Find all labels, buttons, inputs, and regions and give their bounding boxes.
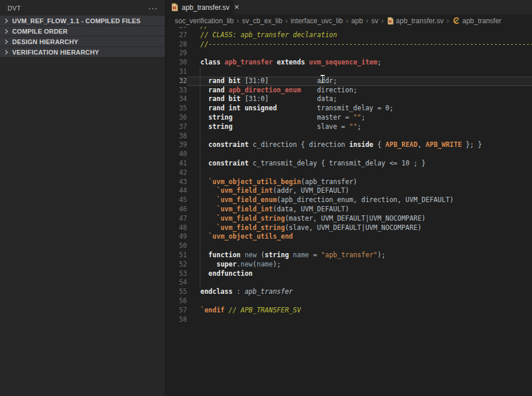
code-line-34[interactable]: 34 rand bit [31:0] data; bbox=[166, 95, 532, 104]
code-line-55[interactable]: 55endclass : apb_transfer bbox=[166, 287, 532, 297]
more-actions-icon[interactable]: ··· bbox=[148, 5, 158, 11]
line-number[interactable]: 57 bbox=[166, 306, 187, 315]
code-line-content: constraint c_direction { direction insid… bbox=[187, 141, 532, 150]
breadcrumb-separator: › bbox=[285, 16, 287, 25]
code-line-49[interactable]: 49 `uvm_object_utils_end bbox=[166, 232, 532, 242]
breadcrumb-item-apb-transfer[interactable]: apb_transfer bbox=[452, 17, 501, 25]
sidebar-section-verification-hierarchy[interactable]: VERIFICATION HIERARCHY bbox=[0, 47, 165, 57]
code-line-36[interactable]: 36 string master = ""; bbox=[166, 113, 532, 123]
breadcrumb-item-sv-cb-ex-lib[interactable]: sv_cb_ex_lib bbox=[242, 17, 282, 25]
code-line-48[interactable]: 48 `uvm_field_string(slave, UVM_DEFAULT|… bbox=[166, 224, 532, 233]
code-line-35[interactable]: 35 rand int unsigned transmit_delay = 0; bbox=[166, 104, 532, 113]
line-number[interactable]: 48 bbox=[166, 224, 187, 233]
code-line-54[interactable]: 54 bbox=[166, 278, 532, 287]
line-number[interactable]: 45 bbox=[166, 196, 187, 205]
code-line-40[interactable]: 40 bbox=[166, 150, 532, 159]
line-number[interactable]: 37 bbox=[166, 123, 187, 132]
tab-close-icon[interactable]: ✕ bbox=[234, 4, 239, 10]
code-line-content bbox=[187, 150, 532, 159]
code-line-39[interactable]: 39 constraint c_direction { direction in… bbox=[166, 141, 532, 150]
line-number[interactable]: 33 bbox=[166, 86, 187, 95]
breadcrumb-item-apb[interactable]: apb bbox=[351, 17, 363, 25]
code-line-32[interactable]: 32 rand bit [31:0] addr; bbox=[166, 77, 532, 86]
tab-apb-transfer-sv[interactable]: apb_transfer.sv ✕ bbox=[166, 0, 233, 15]
sidebar-section-label: COMPILE ORDER bbox=[12, 28, 68, 35]
line-number[interactable]: 58 bbox=[166, 315, 187, 325]
breadcrumb-item-soc-verification-lib[interactable]: soc_verification_lib bbox=[175, 17, 233, 25]
code-line-content: rand bit [31:0] data; bbox=[187, 95, 532, 104]
breadcrumb-item-interface-uvc-lib[interactable]: interface_uvc_lib bbox=[290, 17, 343, 25]
line-number[interactable]: 56 bbox=[166, 297, 187, 306]
line-number[interactable]: 39 bbox=[166, 141, 187, 150]
code-line-content bbox=[187, 297, 532, 306]
line-number[interactable]: 43 bbox=[166, 178, 187, 187]
code-line-26[interactable]: 26//------------------------------------… bbox=[166, 27, 532, 31]
breadcrumb-item-label: interface_uvc_lib bbox=[290, 17, 343, 25]
code-line-57[interactable]: 57`endif // APB_TRANSFER_SV bbox=[166, 306, 532, 315]
sidebar-section-uvm-ref-flow-1-1-compiled-files[interactable]: UVM_REF_FLOW_1.1 - COMPILED FILES bbox=[0, 16, 165, 26]
code-line-52[interactable]: 52 super.new(name); bbox=[166, 260, 532, 269]
code-line-content bbox=[187, 132, 532, 141]
code-line-51[interactable]: 51 function new (string name = "apb_tran… bbox=[166, 251, 532, 260]
code-line-38[interactable]: 38 bbox=[166, 132, 532, 141]
sidebar-section-compile-order[interactable]: COMPILE ORDER bbox=[0, 26, 165, 36]
line-number[interactable]: 47 bbox=[166, 214, 187, 224]
code-line-37[interactable]: 37 string slave = ""; bbox=[166, 123, 532, 132]
code-line-43[interactable]: 43 `uvm_object_utils_begin(apb_transfer) bbox=[166, 178, 532, 187]
line-number[interactable]: 34 bbox=[166, 95, 187, 104]
code-line-29[interactable]: 29 bbox=[166, 49, 532, 58]
code-line-28[interactable]: 28//------------------------------------… bbox=[166, 40, 532, 49]
line-number[interactable]: 55 bbox=[166, 287, 187, 297]
code-line-content: // CLASS: apb_transfer declaration bbox=[187, 31, 532, 40]
breadcrumb-item-sv[interactable]: sv bbox=[371, 17, 378, 25]
line-number[interactable]: 44 bbox=[166, 186, 187, 196]
code-editor[interactable]: 26//------------------------------------… bbox=[166, 27, 532, 396]
line-number[interactable]: 29 bbox=[166, 49, 187, 58]
code-line-31[interactable]: 31 bbox=[166, 67, 532, 77]
sidebar-section-label: UVM_REF_FLOW_1.1 - COMPILED FILES bbox=[12, 17, 141, 24]
line-number[interactable]: 54 bbox=[166, 278, 187, 287]
code-line-41[interactable]: 41 constraint c_transmit_delay { transmi… bbox=[166, 159, 532, 168]
line-number[interactable]: 51 bbox=[166, 251, 187, 260]
code-line-45[interactable]: 45 `uvm_field_enum(apb_direction_enum, d… bbox=[166, 196, 532, 205]
line-number[interactable]: 38 bbox=[166, 132, 187, 141]
code-line-46[interactable]: 46 `uvm_field_int(data, UVM_DEFAULT) bbox=[166, 205, 532, 214]
line-number[interactable]: 32 bbox=[166, 77, 187, 86]
code-line-content bbox=[187, 49, 532, 58]
code-line-44[interactable]: 44 `uvm_field_int(addr, UVM_DEFAULT) bbox=[166, 186, 532, 196]
line-number[interactable]: 50 bbox=[166, 242, 187, 251]
code-line-53[interactable]: 53 endfunction bbox=[166, 269, 532, 279]
line-number[interactable]: 52 bbox=[166, 260, 187, 269]
breadcrumb-item-label: sv_cb_ex_lib bbox=[242, 17, 282, 25]
line-number[interactable]: 31 bbox=[166, 67, 187, 77]
code-line-58[interactable]: 58 bbox=[166, 315, 532, 325]
breadcrumb-item-apb-transfer-sv[interactable]: apb_transfer.sv bbox=[387, 17, 444, 25]
line-number[interactable]: 46 bbox=[166, 205, 187, 214]
line-number[interactable]: 53 bbox=[166, 269, 187, 279]
breadcrumb: soc_verification_lib›sv_cb_ex_lib›interf… bbox=[166, 15, 532, 27]
line-number[interactable]: 36 bbox=[166, 113, 187, 123]
line-number[interactable]: 49 bbox=[166, 232, 187, 242]
code-line-content: rand apb_direction_enum direction; bbox=[187, 86, 532, 95]
line-number[interactable]: 35 bbox=[166, 104, 187, 113]
line-number[interactable]: 41 bbox=[166, 159, 187, 168]
code-line-50[interactable]: 50 bbox=[166, 242, 532, 251]
line-number[interactable]: 40 bbox=[166, 150, 187, 159]
code-line-content: //--------------------------------------… bbox=[187, 27, 532, 31]
chevron-right-icon bbox=[3, 39, 10, 45]
sidebar-section-design-hierarchy[interactable]: DESIGN HIERARCHY bbox=[0, 37, 165, 46]
code-line-56[interactable]: 56 bbox=[166, 297, 532, 306]
code-line-33[interactable]: 33 rand apb_direction_enum direction; bbox=[166, 86, 532, 95]
line-number[interactable]: 42 bbox=[166, 168, 187, 178]
code-line-27[interactable]: 27// CLASS: apb_transfer declaration bbox=[166, 31, 532, 40]
code-line-42[interactable]: 42 bbox=[166, 168, 532, 178]
breadcrumb-separator: › bbox=[236, 16, 239, 25]
line-number[interactable]: 27 bbox=[166, 31, 187, 40]
chevron-right-icon bbox=[3, 28, 10, 34]
line-number[interactable]: 26 bbox=[166, 27, 187, 31]
dvt-panel: DVT ··· UVM_REF_FLOW_1.1 - COMPILED FILE… bbox=[0, 0, 166, 396]
line-number[interactable]: 28 bbox=[166, 40, 187, 49]
code-line-30[interactable]: 30class apb_transfer extends uvm_sequenc… bbox=[166, 58, 532, 67]
line-number[interactable]: 30 bbox=[166, 58, 187, 67]
code-line-47[interactable]: 47 `uvm_field_string(master, UVM_DEFAULT… bbox=[166, 214, 532, 224]
